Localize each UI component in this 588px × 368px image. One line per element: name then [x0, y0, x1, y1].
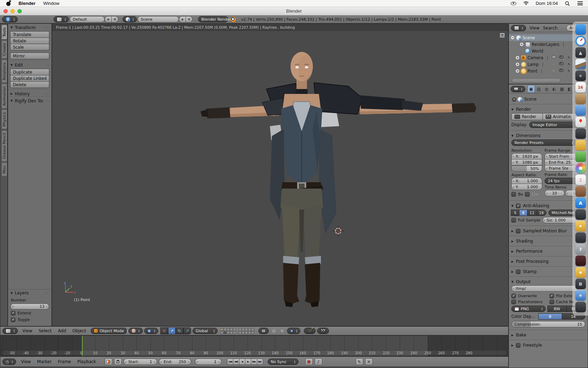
end-frame-field[interactable]: End:250	[159, 359, 191, 365]
dock-icon-help[interactable]: ?	[575, 244, 586, 254]
prev-keyframe-button[interactable]: ◀◀|	[233, 359, 239, 365]
mirror-button[interactable]: Mirror	[10, 53, 49, 59]
layer-cell[interactable]	[251, 328, 254, 331]
tool-button[interactable]: Duplicate	[10, 69, 49, 75]
visibility-eye-icon[interactable]	[559, 55, 564, 59]
tool-button[interactable]: Translate	[10, 31, 49, 38]
manipulator-active-button[interactable]: ↗	[168, 327, 176, 334]
properties-tab-world[interactable]: ◐	[551, 86, 558, 92]
layer-cell[interactable]	[233, 328, 236, 331]
menu-window[interactable]: Window	[43, 1, 59, 6]
section-bake[interactable]: ▶Bake	[511, 333, 585, 338]
viewport-menu-item[interactable]: Object	[69, 328, 89, 333]
add-layout-button[interactable]: +	[105, 16, 112, 22]
outliner-menu-search[interactable]: Search	[543, 26, 558, 30]
dock-icon-settings[interactable]: ✳	[575, 290, 586, 301]
layer-cell[interactable]	[245, 331, 248, 334]
auto-keyframe-button[interactable]	[305, 358, 313, 365]
viewport-shading-select[interactable]	[128, 328, 143, 334]
dock-icon-app-dark-5[interactable]	[575, 302, 586, 312]
pin-icon[interactable]	[511, 97, 516, 101]
aa-samples-option[interactable]: 11	[527, 210, 537, 216]
layer-cell[interactable]	[242, 328, 245, 331]
extend-checkbox[interactable]	[11, 311, 15, 315]
timeline-scrollbar[interactable]	[2, 350, 507, 355]
lock-frame-range-button[interactable]	[114, 358, 122, 365]
editor-type-button[interactable]: i	[2, 16, 18, 22]
section-freestyle[interactable]: ▶Freestyle	[511, 343, 585, 348]
dock-icon-maps[interactable]	[575, 117, 586, 127]
data-icon[interactable]	[551, 69, 556, 74]
dock-icon-app-green[interactable]	[575, 151, 586, 162]
tool-button[interactable]: Rotate	[10, 38, 49, 44]
selectability-cursor-icon[interactable]	[567, 69, 572, 74]
placeholders-checkbox[interactable]	[511, 300, 516, 304]
scene-lock-button[interactable]	[258, 328, 269, 334]
opengl-render-anim-button[interactable]	[317, 328, 329, 334]
start-frame-field[interactable]: Start:1	[124, 359, 157, 365]
dock-icon-finder[interactable]	[575, 24, 586, 35]
outliner-menu-view[interactable]: View	[530, 26, 539, 30]
layer-cell[interactable]	[242, 331, 245, 334]
play-button[interactable]: ▶	[245, 359, 251, 365]
timeline-editor-type-button[interactable]: ◷	[2, 359, 16, 365]
spotlight-search-icon[interactable]	[564, 1, 570, 6]
delete-layout-button[interactable]: ✕	[111, 16, 118, 22]
file-extensions-checkbox[interactable]	[550, 294, 554, 298]
layer-cell[interactable]	[230, 328, 233, 331]
timeline-menu-item[interactable]: Playback	[74, 359, 99, 364]
proportional-edit-icon[interactable]: ◎	[270, 327, 277, 334]
add-scene-button[interactable]: +	[179, 16, 186, 22]
dock-icon-calendar[interactable]: 16	[575, 82, 586, 93]
anti-aliasing-checkbox[interactable]	[516, 204, 520, 208]
tool-button[interactable]: Duplicate Linked	[10, 75, 49, 82]
manipulator-rotate-button[interactable]: ↻	[176, 327, 183, 334]
viewport-menu-item[interactable]: Add	[55, 328, 69, 333]
keying-set-clear-icon[interactable]: ✕	[365, 358, 373, 365]
dock-icon-appstore[interactable]: A	[575, 198, 586, 208]
dock-icon-app-dark-4[interactable]	[575, 255, 586, 266]
tool-button[interactable]: Delete	[10, 81, 49, 88]
layer-cell[interactable]	[230, 331, 233, 334]
compression-slider[interactable]: Compression: 15	[511, 321, 585, 327]
panel-header-history[interactable]: ▶History∷∷	[8, 90, 51, 97]
dock-icon-archive[interactable]	[575, 94, 586, 104]
current-frame-field[interactable]: 1	[195, 359, 222, 365]
viewport-editor-type-button[interactable]	[2, 328, 18, 334]
properties-editor-type-button[interactable]	[511, 86, 525, 92]
properties-tab-render[interactable]: ▣	[528, 86, 534, 92]
notification-center-icon[interactable]	[577, 1, 583, 6]
menubar-clock[interactable]: Dom 16:04	[536, 1, 558, 6]
stamp-checkbox[interactable]	[516, 270, 520, 274]
layout-selector-icon-button[interactable]	[54, 16, 69, 22]
layer-cell[interactable]	[220, 328, 223, 331]
properties-tab-scene[interactable]: ◍	[543, 86, 550, 92]
next-keyframe-button[interactable]: |▶▶	[251, 359, 257, 365]
transform-orientation-select[interactable]: Global	[192, 328, 218, 334]
pivot-point-select[interactable]	[144, 328, 158, 334]
snap-element-select[interactable]	[287, 328, 300, 334]
resolution-y-field[interactable]: Y:1080 px	[511, 159, 542, 165]
snap-magnet-icon[interactable]: ∩	[279, 327, 286, 334]
time-remap-old-field[interactable]: 10	[545, 190, 565, 196]
full-sample-checkbox[interactable]	[511, 218, 516, 223]
shelf-tab-physics[interactable]: Physics	[1, 109, 7, 129]
panel-header-layers[interactable]: ▼Layers∷∷	[8, 289, 51, 297]
layer-grid-a[interactable]	[220, 328, 236, 334]
timeline[interactable]: -50-40-30-20-100102030405060708090100110…	[0, 335, 509, 356]
jump-to-start-button[interactable]: |◀◀	[227, 359, 233, 365]
number-field[interactable]: 13	[10, 304, 49, 309]
visibility-eye-icon[interactable]	[559, 69, 564, 72]
apple-menu-icon[interactable]	[6, 1, 11, 6]
render-still-button[interactable]: Render	[511, 113, 543, 120]
render-presets-select[interactable]: Render Presets	[511, 139, 576, 146]
outliner-scrollbar[interactable]	[512, 78, 561, 82]
mode-select[interactable]: Object Mode	[91, 328, 127, 334]
preview-range-icon[interactable]	[105, 358, 112, 365]
overwrite-checkbox[interactable]	[511, 294, 516, 298]
layer-cell[interactable]	[248, 331, 251, 334]
render-animation-button[interactable]: Animatio	[542, 113, 574, 120]
dock-icon-app-gold-2[interactable]: ✦	[575, 221, 586, 231]
keying-set-edit-icon[interactable]: ✎	[356, 358, 363, 365]
properties-tab-render-layers[interactable]: ▤	[536, 86, 542, 92]
